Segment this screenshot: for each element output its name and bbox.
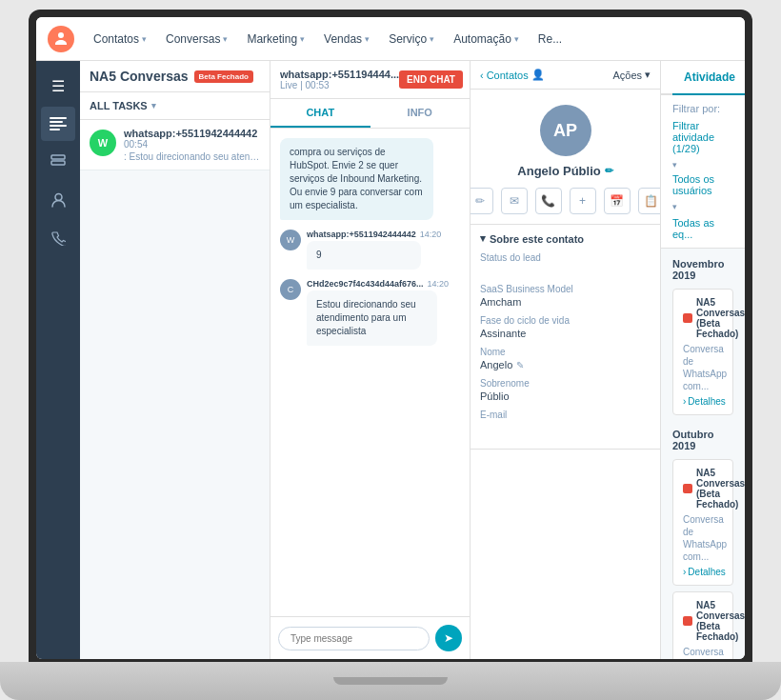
back-to-contacts[interactable]: ‹ Contatos 👤 [480,69,545,81]
email-button[interactable]: ✉ [501,188,528,214]
activity-desc: Conversa de WhatsApp com... [683,513,723,563]
tab-atividade[interactable]: Atividade [672,61,745,95]
field-label: SaaS Business Model [480,284,651,294]
nav-conversas[interactable]: Conversas ▾ [158,29,235,50]
conversation-item[interactable]: W whatsapp:+5511942444442 00:54 : Estou … [80,120,270,170]
nav-automacao[interactable]: Automação ▾ [446,29,527,50]
message-bubble: 9 [307,241,421,270]
chat-tabs: CHAT INFO [270,99,470,129]
field-label: E-mail [480,410,651,420]
filter-teams-chip[interactable]: Todas as eq... [672,217,733,240]
layers-icon-button[interactable] [41,145,75,179]
field-sobrenome: Sobrenome Públio [480,378,651,402]
laptop-wrapper: Contatos ▾ Conversas ▾ Marketing ▾ Venda… [0,0,781,700]
contact-panel: ‹ Contatos 👤 Ações ▾ AP Angelo Públio [471,61,661,659]
message-row: W whatsapp:+5511942444442 14:20 9 [280,230,460,270]
message-content: CHd2ec9c7f4c434d44af676... 14:20 Estou d… [307,279,460,346]
filter-row: Filtrar por: Filtrar atividade (1/29) ▾ [672,103,733,170]
field-label: Nome [480,347,651,357]
conversation-avatar: W [90,130,116,156]
conversation-info: whatsapp:+5511942444442 00:54 : Estou di… [124,128,260,162]
field-value [480,265,651,276]
chat-status: Live | 00:53 [280,80,399,90]
chat-contact-info: whatsapp:+551194444... Live | 00:53 [280,69,399,90]
conversations-panel: NA5 Conversas Beta Fechado ALL TASKS ▾ W… [80,61,270,659]
chevron-down-icon: ▾ [514,34,519,44]
filter-users-chip[interactable]: Todos os usuários [672,173,733,196]
chevron-down-icon: ▾ [480,232,486,245]
activity-item: NA5 Conversas (Beta Fechado) Conversa de… [672,459,733,586]
actions-button[interactable]: Ações ▾ [612,69,651,81]
contact-nav: ‹ Contatos 👤 Ações ▾ [471,61,660,90]
section-toggle[interactable]: ▾ Sobre este contato [480,232,651,245]
chevron-down-icon: ▾ [672,202,677,211]
tab-chat[interactable]: CHAT [270,99,370,128]
nav-servico[interactable]: Serviço ▾ [381,29,442,50]
chevron-down-icon: ▾ [645,69,651,81]
field-value: Assinante [480,328,651,339]
tab-info[interactable]: INFO [370,99,471,128]
details-link[interactable]: › Detalhes [683,396,723,407]
chat-header: whatsapp:+551194444... Live | 00:53 END … [270,61,470,99]
app-header: NA5 Conversas Beta Fechado [80,61,270,92]
month-label: Novembro 2019 [672,258,733,281]
hubspot-logo-icon [48,26,74,52]
chevron-down-icon: ▾ [223,34,228,44]
end-chat-button[interactable]: END CHAT [399,70,463,89]
phone-icon-button[interactable] [41,221,75,255]
field-value [480,422,651,433]
chat-input-area: ➤ [270,616,470,659]
chat-panel: whatsapp:+551194444... Live | 00:53 END … [270,61,471,659]
chevron-down-icon: ▾ [430,34,434,44]
edit-button[interactable]: ✏ [471,188,493,214]
chevron-right-icon: › [683,567,686,577]
message-bubble: compra ou serviços de HubSpot. Envie 2 s… [280,138,433,220]
inbox-icon-button[interactable] [41,107,75,141]
message-row: C CHd2ec9c7f4c434d44af676... 14:20 Estou… [280,279,460,346]
activity-panel: Atividade Observações Filtrar por: Filtr… [661,61,745,659]
screen: Contatos ▾ Conversas ▾ Marketing ▾ Venda… [36,17,745,659]
task-button[interactable]: 📋 [638,188,662,214]
activity-desc: Conversa de SMS com +5511... [683,646,723,659]
all-tasks-filter[interactable]: ALL TASKS ▾ [90,100,260,111]
send-button[interactable]: ➤ [435,625,462,651]
calendar-button[interactable]: 📅 [604,188,631,214]
nav-re[interactable]: Re... [531,29,570,50]
svg-rect-3 [50,125,67,127]
filter-activity-chip[interactable]: Filtrar atividade (1/29) [672,120,733,154]
icon-sidebar: ☰ [36,61,80,659]
filter-label: Filtrar por: [672,103,720,114]
conversation-name: whatsapp:+5511942444442 [124,128,260,139]
filter-row-2: Todos os usuários ▾ Todas as eq... [672,173,733,240]
menu-icon-button[interactable]: ☰ [41,69,75,103]
app-title: NA5 Conversas [90,69,189,84]
field-edit-icon[interactable]: ✎ [516,360,524,370]
chevron-down-icon: ▾ [365,34,370,44]
source-dot-icon [683,313,692,323]
laptop-body [0,662,781,700]
svg-rect-6 [51,161,65,165]
nav-vendas[interactable]: Vendas ▾ [316,29,377,50]
add-button[interactable]: + [570,188,596,214]
nav-contatos[interactable]: Contatos ▾ [86,29,154,50]
call-button[interactable]: 📞 [535,188,562,214]
field-label: Status do lead [480,252,651,263]
activity-item: NA5 Conversas (Beta Fechado) Conversa de… [672,289,733,415]
field-label: Sobrenome [480,378,651,389]
chat-input[interactable] [278,627,430,650]
activity-desc: Conversa de WhatsApp com... [683,343,723,392]
chevron-right-icon: › [683,396,686,407]
conv-list-header: ALL TASKS ▾ [80,92,270,120]
contacts-icon-button[interactable] [41,183,75,217]
message-bubble: Estou direcionando seu atendimento para … [307,290,437,346]
activity-filters: Filtrar por: Filtrar atividade (1/29) ▾ … [661,95,745,249]
svg-point-0 [48,26,74,52]
chat-contact-name: whatsapp:+551194444... [280,69,399,80]
contact-avatar: AP [540,105,591,156]
field-value: Públio [480,390,651,402]
nav-marketing[interactable]: Marketing ▾ [239,29,312,50]
message-content: whatsapp:+5511942444442 14:20 9 [307,230,441,270]
beta-badge: Beta Fechado [194,70,253,83]
details-link[interactable]: › Detalhes [683,567,723,577]
edit-icon[interactable]: ✏ [605,165,613,177]
